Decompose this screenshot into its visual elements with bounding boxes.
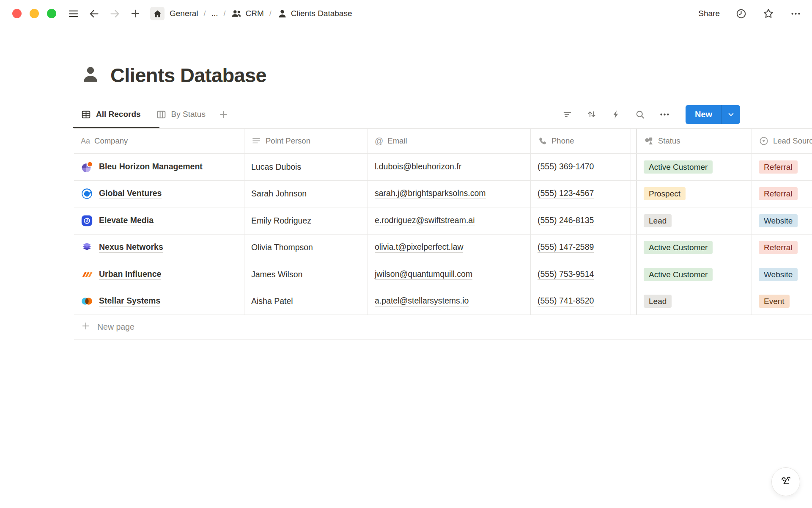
minimize-window-button[interactable]: [30, 9, 39, 18]
email-link[interactable]: e.rodriguez@swiftstream.ai: [375, 215, 475, 226]
star-icon[interactable]: [763, 8, 774, 19]
cell-lead-source[interactable]: Website: [752, 261, 812, 288]
lead-source-badge[interactable]: Event: [759, 295, 790, 308]
sidebar-menu-icon[interactable]: [67, 8, 79, 19]
status-badge[interactable]: Active Customer: [644, 241, 713, 254]
cell-email[interactable]: l.dubois@bleuhorizon.fr: [368, 154, 531, 180]
new-page-row[interactable]: New page: [74, 315, 812, 340]
email-link[interactable]: jwilson@quantumquill.com: [375, 269, 472, 280]
status-badge[interactable]: Active Customer: [644, 160, 713, 174]
lightning-icon[interactable]: [611, 109, 621, 120]
phone-link[interactable]: (555) 741-8520: [538, 296, 594, 306]
clock-icon[interactable]: [735, 8, 747, 19]
cell-point-person[interactable]: Sarah Johnson: [244, 181, 368, 207]
more-icon[interactable]: [659, 109, 670, 120]
cell-status[interactable]: Prospect: [637, 181, 752, 207]
add-view-icon[interactable]: [218, 109, 229, 120]
breadcrumb-item-clients-database[interactable]: Clients Database: [277, 8, 352, 19]
lead-source-badge[interactable]: Website: [759, 268, 798, 281]
status-badge[interactable]: Lead: [644, 295, 672, 308]
search-icon[interactable]: [635, 109, 645, 120]
breadcrumb-item-general[interactable]: General: [170, 9, 198, 18]
page-title[interactable]: Clients Database: [110, 64, 266, 87]
cell-email[interactable]: a.patel@stellarsystems.io: [368, 288, 531, 315]
cell-email[interactable]: sarah.j@brightsparksolns.com: [368, 181, 531, 207]
more-options-icon[interactable]: [790, 8, 801, 19]
cell-phone[interactable]: (555) 123-4567: [531, 181, 631, 207]
home-icon[interactable]: [150, 7, 165, 20]
phone-link[interactable]: (555) 753-9514: [538, 269, 594, 280]
filter-icon[interactable]: [562, 109, 573, 120]
company-link[interactable]: Global Ventures: [99, 188, 162, 199]
notion-ai-button[interactable]: [771, 467, 800, 496]
company-link[interactable]: Urban Influence: [99, 269, 161, 280]
cell-company[interactable]: Global Ventures: [74, 181, 244, 207]
cell-phone[interactable]: (555) 741-8520: [531, 288, 631, 315]
cell-company[interactable]: Urban Influence: [74, 261, 244, 288]
cell-status[interactable]: Lead: [637, 207, 752, 234]
company-link[interactable]: Stellar Systems: [99, 296, 160, 306]
column-header-email[interactable]: @Email: [368, 129, 531, 153]
cell-phone[interactable]: (555) 369-1470: [531, 154, 631, 180]
phone-link[interactable]: (555) 147-2589: [538, 242, 594, 253]
column-header-lead-source[interactable]: Lead Source: [752, 129, 812, 153]
cell-company[interactable]: Bleu Horizon Management: [74, 154, 244, 180]
sort-icon[interactable]: [586, 109, 597, 120]
cell-lead-source[interactable]: Website: [752, 207, 812, 234]
cell-point-person[interactable]: James Wilson: [244, 261, 368, 288]
status-badge[interactable]: Prospect: [644, 187, 686, 200]
close-window-button[interactable]: [12, 9, 22, 18]
new-record-button[interactable]: New: [686, 105, 740, 124]
cell-status[interactable]: Lead: [637, 288, 752, 315]
new-tab-icon[interactable]: [129, 8, 141, 19]
breadcrumb-item-[interactable]: ...: [211, 9, 218, 18]
tab-all-records[interactable]: All Records: [81, 109, 141, 120]
company-link[interactable]: Nexus Networks: [99, 242, 163, 253]
cell-lead-source[interactable]: Referral: [752, 154, 812, 180]
company-link[interactable]: Elevate Media: [99, 215, 154, 226]
cell-email[interactable]: olivia.t@pixelperfect.law: [368, 235, 531, 261]
cell-lead-source[interactable]: Referral: [752, 235, 812, 261]
breadcrumb-item-crm[interactable]: CRM: [231, 8, 263, 19]
email-link[interactable]: sarah.j@brightsparksolns.com: [375, 188, 486, 199]
cell-lead-source[interactable]: Referral: [752, 181, 812, 207]
cell-status[interactable]: Active Customer: [637, 154, 752, 180]
email-link[interactable]: l.dubois@bleuhorizon.fr: [375, 162, 461, 172]
status-badge[interactable]: Lead: [644, 214, 672, 227]
column-header-phone[interactable]: Phone: [531, 129, 631, 153]
cell-point-person[interactable]: Lucas Dubois: [244, 154, 368, 180]
cell-company[interactable]: Nexus Networks: [74, 235, 244, 261]
lead-source-badge[interactable]: Referral: [759, 187, 798, 200]
company-link[interactable]: Bleu Horizon Management: [99, 162, 203, 172]
tab-by-status[interactable]: By Status: [156, 109, 206, 120]
status-badge[interactable]: Active Customer: [644, 268, 713, 281]
share-button[interactable]: Share: [698, 9, 720, 18]
cell-email[interactable]: e.rodriguez@swiftstream.ai: [368, 207, 531, 234]
column-header-point-person[interactable]: Point Person: [244, 129, 368, 153]
phone-link[interactable]: (555) 123-4567: [538, 188, 594, 199]
cell-phone[interactable]: (555) 753-9514: [531, 261, 631, 288]
column-header-company[interactable]: AaCompany: [74, 129, 244, 153]
cell-phone[interactable]: (555) 147-2589: [531, 235, 631, 261]
new-button-label[interactable]: New: [686, 105, 721, 124]
phone-link[interactable]: (555) 246-8135: [538, 215, 594, 226]
cell-point-person[interactable]: Olivia Thompson: [244, 235, 368, 261]
column-header-status[interactable]: Status: [637, 129, 752, 153]
phone-link[interactable]: (555) 369-1470: [538, 162, 594, 172]
cell-company[interactable]: Stellar Systems: [74, 288, 244, 315]
cell-company[interactable]: Elevate Media: [74, 207, 244, 234]
lead-source-badge[interactable]: Referral: [759, 160, 798, 174]
lead-source-badge[interactable]: Referral: [759, 241, 798, 254]
lead-source-badge[interactable]: Website: [759, 214, 798, 227]
email-link[interactable]: a.patel@stellarsystems.io: [375, 296, 469, 306]
cell-email[interactable]: jwilson@quantumquill.com: [368, 261, 531, 288]
cell-status[interactable]: Active Customer: [637, 261, 752, 288]
zoom-window-button[interactable]: [47, 9, 56, 18]
email-link[interactable]: olivia.t@pixelperfect.law: [375, 242, 463, 253]
back-icon[interactable]: [88, 8, 100, 19]
cell-lead-source[interactable]: Event: [752, 288, 812, 315]
cell-point-person[interactable]: Emily Rodriguez: [244, 207, 368, 234]
cell-point-person[interactable]: Aisha Patel: [244, 288, 368, 315]
forward-icon[interactable]: [109, 8, 121, 19]
cell-phone[interactable]: (555) 246-8135: [531, 207, 631, 234]
